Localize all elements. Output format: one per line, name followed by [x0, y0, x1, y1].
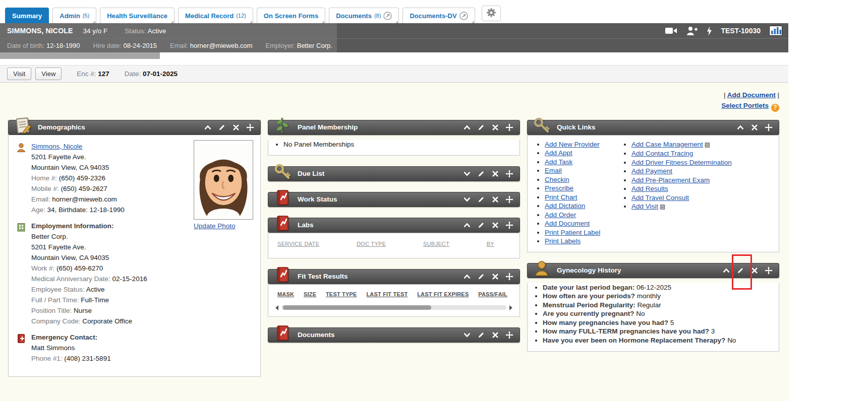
move-portlet-icon[interactable] — [505, 170, 513, 178]
flash-icon[interactable] — [707, 26, 712, 36]
move-portlet-icon[interactable] — [505, 195, 513, 204]
video-camera-icon[interactable] — [665, 27, 677, 35]
move-portlet-icon[interactable] — [505, 221, 513, 229]
collapse-portlet-icon[interactable] — [204, 123, 212, 131]
fit-test-column-header[interactable]: LAST FIT EXPIRES — [417, 291, 469, 297]
collapse-portlet-icon[interactable] — [463, 273, 471, 281]
fit-test-column-header[interactable]: LAST FIT TEST — [366, 291, 408, 297]
move-portlet-icon[interactable] — [765, 266, 773, 275]
collapse-portlet-icon[interactable] — [736, 123, 744, 131]
quick-link[interactable]: Print Patient Label — [545, 229, 600, 236]
horizontal-scrollbar[interactable] — [268, 297, 519, 316]
portlet-header[interactable]: Fit Test Results — [268, 269, 520, 284]
close-portlet-icon[interactable] — [491, 273, 499, 281]
collapse-portlet-icon[interactable] — [463, 123, 471, 131]
portlet-header[interactable]: Gynecology History — [527, 263, 779, 278]
quick-link[interactable]: Add New Provider — [545, 141, 600, 148]
scrollbar-thumb[interactable] — [283, 305, 431, 310]
labs-column-header[interactable]: BY — [487, 241, 494, 247]
close-portlet-icon[interactable] — [491, 331, 499, 339]
edit-portlet-icon[interactable] — [736, 266, 744, 275]
popout-icon[interactable] — [383, 12, 392, 20]
move-portlet-icon[interactable] — [505, 331, 513, 339]
move-portlet-icon[interactable] — [246, 123, 254, 131]
portlet-header[interactable]: Quick Links — [527, 120, 779, 135]
edit-portlet-icon[interactable] — [218, 123, 226, 131]
tab-settings-gear[interactable] — [482, 6, 501, 21]
expand-portlet-icon[interactable] — [463, 195, 471, 204]
fit-test-column-header[interactable]: SIZE — [304, 291, 316, 297]
view-button[interactable]: View — [35, 68, 62, 80]
edit-portlet-icon[interactable] — [477, 123, 485, 131]
visit-button[interactable]: Visit — [7, 68, 31, 80]
bar-chart-icon[interactable] — [769, 26, 782, 36]
tab-admin[interactable]: Admin(5) — [52, 8, 96, 23]
tab-on-screen-forms[interactable]: On Screen Forms — [257, 8, 325, 23]
quick-link[interactable]: Email — [545, 167, 562, 174]
quick-link[interactable]: Add Pre-Placement Exam — [631, 176, 710, 184]
edit-portlet-icon[interactable] — [477, 331, 485, 339]
add-document-link[interactable]: Add Document — [727, 91, 776, 99]
expand-portlet-icon[interactable] — [463, 331, 471, 339]
edit-portlet-icon[interactable] — [477, 170, 485, 178]
portlet-header[interactable]: Due List — [268, 166, 520, 181]
quick-link[interactable]: Add Travel Consult — [631, 194, 689, 202]
fit-test-column-header[interactable]: TEST TYPE — [326, 291, 357, 297]
portlet-header[interactable]: Demographics — [8, 120, 261, 135]
close-portlet-icon[interactable] — [232, 123, 240, 131]
patient-name-link[interactable]: Simmons, Nicole — [31, 143, 82, 150]
quick-link[interactable]: Add Results — [631, 185, 668, 192]
expand-portlet-icon[interactable] — [463, 170, 471, 178]
close-portlet-icon[interactable] — [491, 221, 499, 229]
tab-documents-dv[interactable]: Documents-DV — [402, 8, 475, 23]
edit-portlet-icon[interactable] — [477, 221, 485, 229]
quick-link[interactable]: Add Appt — [545, 149, 572, 157]
portlet-header[interactable]: Labs — [268, 218, 520, 233]
header-scrollbar[interactable] — [0, 52, 160, 59]
quick-link[interactable]: Add Task — [545, 158, 572, 166]
quick-link[interactable]: Add Driver Fitness Determination — [631, 159, 732, 166]
scrollbar-track[interactable] — [281, 305, 506, 310]
tab-health-surveillance[interactable]: Health Surveillance — [100, 8, 175, 23]
tab-summary[interactable]: Summary — [5, 8, 49, 23]
collapse-portlet-icon[interactable] — [722, 266, 730, 275]
close-portlet-icon[interactable] — [750, 266, 759, 275]
portlet-header[interactable]: Documents — [268, 327, 520, 343]
fit-test-column-header[interactable]: PASS/FAIL — [478, 291, 507, 297]
close-portlet-icon[interactable] — [491, 123, 499, 131]
scroll-right-arrow[interactable] — [509, 305, 512, 310]
move-portlet-icon[interactable] — [505, 123, 513, 131]
close-portlet-icon[interactable] — [491, 170, 499, 178]
add-person-icon[interactable] — [686, 26, 698, 36]
quick-link[interactable]: Print Labels — [545, 237, 581, 245]
fit-test-column-header[interactable]: MASK — [277, 291, 294, 297]
labs-column-header[interactable]: SUBJECT — [423, 241, 449, 247]
quick-link[interactable]: Add Visit — [631, 203, 658, 210]
quick-link[interactable]: Add Contact Tracing — [631, 150, 693, 157]
labs-column-header[interactable]: DOC TYPE — [357, 241, 386, 247]
quick-link[interactable]: Add Payment — [631, 167, 672, 175]
quick-link[interactable]: Add Case Management — [631, 141, 703, 148]
portlet-header[interactable]: Panel Membership — [268, 120, 520, 135]
quick-link[interactable]: Add Document — [545, 220, 590, 227]
quick-link[interactable]: Prescribe — [545, 184, 573, 192]
help-icon[interactable]: ? — [771, 104, 779, 112]
move-portlet-icon[interactable] — [765, 123, 773, 131]
close-portlet-icon[interactable] — [491, 195, 499, 204]
quick-link[interactable]: Add Order — [545, 211, 576, 219]
select-portlets-link[interactable]: Select Portlets — [721, 102, 769, 109]
scroll-left-arrow[interactable] — [275, 305, 278, 310]
move-portlet-icon[interactable] — [505, 273, 513, 281]
quick-link[interactable]: Checkin — [545, 176, 569, 183]
close-portlet-icon[interactable] — [750, 123, 759, 131]
labs-column-header[interactable]: SERVICE DATE — [277, 241, 319, 247]
tab-documents[interactable]: Documents(8) — [329, 8, 399, 23]
popout-icon[interactable] — [459, 12, 468, 20]
tab-medical-record[interactable]: Medical Record(12) — [178, 8, 253, 23]
quick-link[interactable]: Print Chart — [545, 193, 577, 201]
update-photo-link[interactable]: Update Photo — [194, 222, 236, 230]
edit-portlet-icon[interactable] — [477, 195, 485, 204]
collapse-portlet-icon[interactable] — [463, 221, 471, 229]
quick-link[interactable]: Add Dictation — [545, 202, 585, 210]
edit-portlet-icon[interactable] — [477, 273, 485, 281]
